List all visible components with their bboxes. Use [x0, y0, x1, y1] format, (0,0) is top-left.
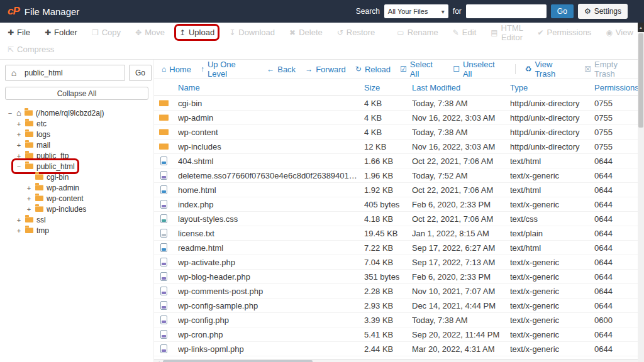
expand-icon[interactable]: +: [16, 131, 22, 138]
file-row[interactable]: wp-includes12 KBNov 16, 2022, 3:03 AMhtt…: [154, 140, 644, 154]
toolbar-copy-button[interactable]: ❐Copy: [89, 26, 123, 38]
toolbar-rename-button[interactable]: ▭Rename: [394, 26, 440, 38]
file-php-icon: [160, 258, 167, 266]
file-row[interactable]: deleteme.sso77660f07630e4e6c8d0f26389401…: [154, 168, 644, 183]
nav-view-trash-link[interactable]: ♻View Trash: [525, 60, 575, 79]
file-permissions: 0644: [594, 185, 639, 195]
file-row[interactable]: wp-cron.php5.41 KBSep 20, 2022, 11:44 PM…: [154, 327, 644, 342]
file-row[interactable]: wp-config-sample.php2.93 KBDec 14, 2021,…: [154, 299, 644, 313]
toolbar-restore-button[interactable]: ↺Restore: [335, 26, 378, 38]
toolbar-permissions-button[interactable]: ✔Permissions: [535, 26, 594, 38]
toolbar-folder-button[interactable]: ✚Folder: [42, 26, 80, 38]
code-icon: ▤: [491, 28, 497, 37]
tree-item-logs[interactable]: +logs: [14, 129, 52, 140]
tree-item-wp-content[interactable]: +wp-content: [24, 193, 86, 204]
page-scroll-thumb[interactable]: [638, 33, 643, 128]
nav-home-link[interactable]: ⌂Home: [162, 65, 191, 74]
expand-icon[interactable]: +: [26, 206, 32, 212]
nav-back-link[interactable]: ←Back: [267, 65, 296, 74]
nav-reload-link[interactable]: ↻Reload: [355, 65, 391, 74]
nav-empty-trash-link[interactable]: ☒Empty Trash: [584, 60, 640, 79]
tree-item-ssl[interactable]: +ssl: [14, 214, 48, 225]
file-row[interactable]: wp-comments-post.php2.28 KBNov 10, 2021,…: [154, 284, 644, 299]
toolbar-compress-button[interactable]: ⇱Compress: [5, 43, 57, 55]
tree-item-mail[interactable]: +mail: [14, 140, 52, 150]
expand-icon[interactable]: +: [26, 185, 32, 191]
nav-select-all-link[interactable]: ☑Select All: [400, 60, 443, 79]
file-row[interactable]: 404.shtml1.66 KBOct 22, 2021, 7:06 AMtex…: [154, 154, 644, 168]
file-row[interactable]: index.php405 bytesFeb 6, 2020, 2:33 PMte…: [154, 197, 644, 212]
search-scope-select[interactable]: All Your Files ▾: [384, 4, 448, 18]
file-row[interactable]: readme.html7.22 KBSep 17, 2022, 6:27 AMt…: [154, 241, 644, 255]
file-php-icon: [160, 344, 167, 353]
file-last-modified: Feb 6, 2020, 2:33 PM: [412, 200, 510, 209]
file-row[interactable]: layout-styles.css4.18 KBOct 22, 2021, 7:…: [154, 212, 644, 226]
nav-unselect-all-link[interactable]: ☐Unselect All: [453, 60, 505, 79]
toolbar-delete-button[interactable]: ✖Delete: [287, 26, 325, 38]
tree-item-etc[interactable]: +etc: [14, 118, 48, 129]
path-go-button[interactable]: Go: [129, 65, 152, 81]
scroll-left-icon[interactable]: ◀: [154, 359, 162, 362]
horizontal-scrollbar[interactable]: ◀ ▶: [154, 359, 644, 362]
expand-icon[interactable]: +: [16, 121, 22, 127]
toolbar-html-editor-button[interactable]: ▤HTML Editor: [488, 22, 525, 43]
tree-item-root[interactable]: −⌂(/home/rql9lcbzd2aj): [5, 107, 106, 118]
toolbar-view-button[interactable]: ◉View: [603, 26, 635, 38]
tree-item-cgi-bin[interactable]: cgi-bin: [24, 172, 70, 182]
toolbar-upload-button[interactable]: ↥Upload: [177, 26, 217, 38]
file-type: text/html: [510, 156, 594, 166]
nav-up-one-level-link[interactable]: ↑Up One Level: [201, 60, 257, 79]
column-header-size[interactable]: Size: [364, 83, 412, 92]
column-header-last-modified[interactable]: Last Modified: [412, 83, 510, 92]
expand-icon[interactable]: +: [16, 153, 22, 159]
tree-item-public-html[interactable]: −public_html: [14, 161, 77, 172]
toolbar-move-button[interactable]: ✥Move: [133, 26, 167, 38]
file-row[interactable]: wp-blog-header.php351 bytesFeb 6, 2020, …: [154, 270, 644, 284]
path-input[interactable]: [22, 66, 125, 80]
nav-forward-link[interactable]: →Forward: [305, 65, 346, 74]
expand-icon[interactable]: +: [26, 195, 32, 202]
file-row[interactable]: cgi-bin4 KBToday, 7:38 AMhttpd/unix-dire…: [154, 96, 644, 111]
expand-icon[interactable]: +: [16, 142, 22, 148]
file-row[interactable]: home.html1.92 KBOct 22, 2021, 7:06 AMtex…: [154, 183, 644, 197]
expand-icon[interactable]: +: [16, 228, 22, 234]
file-row[interactable]: license.txt19.45 KBJan 1, 2022, 8:15 AMt…: [154, 226, 644, 241]
file-row[interactable]: wp-config.php3.39 KBToday, 7:38 AMtext/x…: [154, 313, 644, 327]
tree-item-wp-includes[interactable]: +wp-includes: [24, 204, 88, 214]
expand-icon[interactable]: +: [16, 217, 22, 223]
collapse-icon[interactable]: −: [16, 163, 22, 170]
rename-icon: ▭: [397, 28, 404, 37]
column-header-permissions[interactable]: Permissions: [594, 83, 639, 92]
collapse-icon[interactable]: −: [7, 110, 13, 116]
tree-item-public-ftp[interactable]: +public_ftp: [14, 150, 70, 161]
page-scrollbar[interactable]: ▲: [638, 23, 644, 362]
file-row[interactable]: wp-activate.php7.04 KBSep 17, 2022, 7:13…: [154, 255, 644, 270]
file-row[interactable]: wp-admin4 KBNov 16, 2022, 3:03 AMhttpd/u…: [154, 111, 644, 125]
file-last-modified: Sep 20, 2022, 11:44 PM: [412, 330, 510, 339]
column-header-name[interactable]: Name: [178, 83, 364, 92]
file-permissions: 0644: [594, 156, 639, 166]
tree-item-wp-admin[interactable]: +wp-admin: [24, 182, 81, 193]
tree-item-label: mail: [36, 141, 50, 150]
path-input-wrap: ⌂: [5, 65, 125, 81]
search-input[interactable]: [466, 4, 547, 18]
file-row[interactable]: wp-links-opml.php2.44 KBMar 20, 2022, 4:…: [154, 342, 644, 356]
toolbar-file-button[interactable]: ✚File: [5, 26, 33, 38]
settings-button[interactable]: ⚙ Settings: [578, 4, 628, 19]
collapse-all-button[interactable]: Collapse All: [5, 87, 148, 100]
toolbar-download-button[interactable]: ↧Download: [226, 26, 277, 38]
scroll-up-icon[interactable]: ▲: [638, 23, 644, 32]
toolbar-edit-button[interactable]: ✎Edit: [450, 26, 479, 38]
file-type-icon-cell: [154, 100, 178, 106]
file-permissions: 0644: [594, 301, 639, 310]
file-size: 7.22 KB: [364, 243, 412, 253]
tree-item-tmp[interactable]: +tmp: [14, 225, 51, 236]
file-row[interactable]: wp-content4 KBToday, 7:38 AMhttpd/unix-d…: [154, 125, 644, 140]
file-last-modified: Today, 7:38 AM: [412, 315, 510, 325]
home-icon[interactable]: ⌂: [6, 65, 22, 80]
search-go-button[interactable]: Go: [551, 4, 574, 18]
eye-icon: ◉: [606, 28, 612, 37]
file-permissions: 0600: [594, 315, 639, 325]
column-header-type[interactable]: Type: [510, 83, 594, 92]
page-title: File Manager: [25, 6, 80, 17]
